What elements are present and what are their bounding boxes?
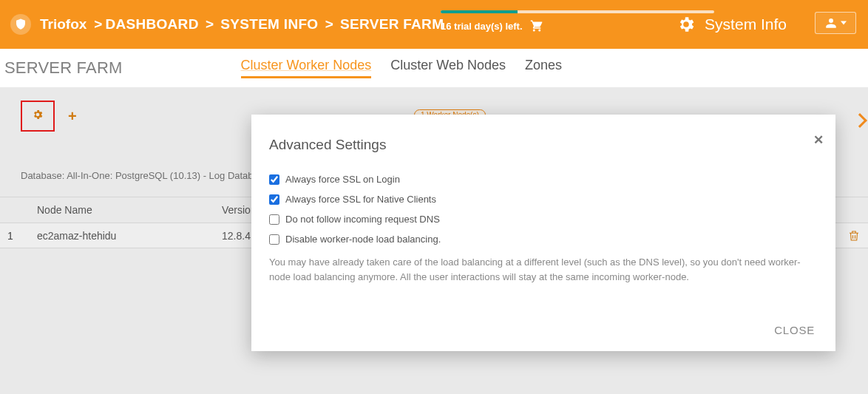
sub-bar: SERVER FARM Cluster Worker Nodes Cluster… (0, 49, 868, 87)
option-force-ssl-login[interactable]: Always force SSL on Login (269, 174, 818, 185)
cart-icon[interactable] (530, 19, 543, 33)
tab-cluster-worker-nodes[interactable]: Cluster Worker Nodes (241, 58, 372, 78)
checkbox-force-ssl-native[interactable] (269, 194, 279, 205)
settings-button-highlighted[interactable] (21, 101, 55, 132)
option-disable-load-balancing[interactable]: Disable worker-node load balancing. (269, 234, 818, 245)
breadcrumb-sep: > (202, 16, 218, 33)
checkbox-force-ssl-login[interactable] (269, 174, 279, 185)
trial-days-text: 16 trial day(s) left. (441, 21, 523, 32)
trial-status: 16 trial day(s) left. (441, 10, 692, 33)
system-info-link[interactable]: System Info (677, 0, 787, 49)
top-bar: Triofox > DASHBOARD > SYSTEM INFO > SERV… (0, 0, 868, 49)
chevron-down-icon (841, 20, 847, 26)
gear-icon (32, 109, 44, 123)
cell-node-name: ec2amaz-htehidu (30, 230, 214, 242)
database-info-text: Database: All-In-One: PostgreSQL (10.13)… (21, 170, 271, 181)
user-menu[interactable] (815, 12, 856, 34)
breadcrumb-server-farm[interactable]: SERVER FARM (340, 16, 444, 33)
checkbox-no-follow-dns[interactable] (269, 214, 279, 225)
option-no-follow-dns[interactable]: Do not follow incoming request DNS (269, 214, 818, 225)
trial-progress-track (441, 10, 714, 13)
modal-close-button[interactable]: CLOSE (771, 319, 818, 341)
breadcrumb-system-info[interactable]: SYSTEM INFO (220, 16, 318, 33)
brand-logo (10, 14, 31, 35)
row-index: 1 (0, 230, 30, 242)
option-force-ssl-native[interactable]: Always force SSL for Native Clients (269, 194, 818, 205)
add-node-button[interactable]: + (68, 108, 77, 125)
trash-icon[interactable] (847, 229, 861, 242)
tab-cluster-web-nodes[interactable]: Cluster Web Nodes (390, 58, 506, 78)
page-title: SERVER FARM (4, 58, 123, 78)
breadcrumb-dashboard[interactable]: DASHBOARD (105, 16, 198, 33)
advanced-settings-modal: ✕ Advanced Settings Always force SSL on … (251, 115, 835, 351)
breadcrumb-sep: > (94, 16, 102, 33)
user-icon (824, 16, 838, 30)
tab-strip: Cluster Worker Nodes Cluster Web Nodes Z… (241, 58, 563, 78)
option-label: Always force SSL for Native Clients (285, 194, 436, 205)
option-label: Always force SSL on Login (285, 174, 400, 185)
tab-zones[interactable]: Zones (525, 58, 562, 78)
option-help-text: You may have already taken care of the l… (269, 255, 818, 285)
modal-close-x[interactable]: ✕ (813, 132, 824, 148)
content-toolbar: + (21, 101, 77, 132)
breadcrumb-sep: > (321, 16, 337, 33)
modal-title: Advanced Settings (269, 137, 818, 153)
gear-icon (677, 15, 696, 34)
brand-name: Triofox (40, 16, 87, 33)
option-label: Disable worker-node load balancing. (285, 234, 441, 245)
trial-progress-fill (441, 10, 518, 13)
system-info-label: System Info (705, 16, 787, 33)
scroll-right-chevron-icon[interactable] (852, 113, 867, 128)
col-node-name: Node Name (30, 204, 214, 216)
modal-footer: CLOSE (269, 319, 818, 341)
checkbox-disable-load-balancing[interactable] (269, 234, 279, 245)
option-label: Do not follow incoming request DNS (285, 214, 440, 225)
